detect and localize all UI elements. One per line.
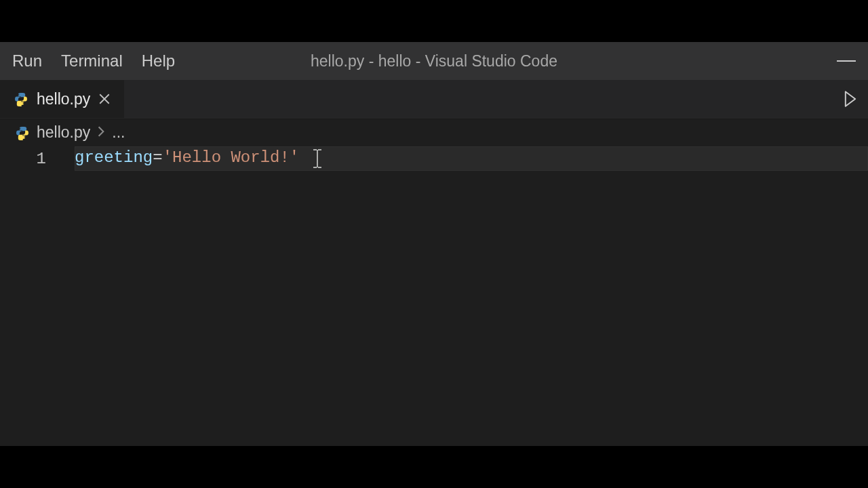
breadcrumb-bar: hello.py ... <box>0 118 868 146</box>
token-operator: = <box>153 148 162 169</box>
line-number: 1 <box>0 150 75 168</box>
window-controls <box>837 42 856 80</box>
title-bar: Run Terminal Help hello.py - hello - Vis… <box>0 42 868 80</box>
code-line-1[interactable]: 1 greeting = 'Hello World!' <box>0 146 868 171</box>
breadcrumb-file[interactable]: hello.py <box>37 123 90 142</box>
breadcrumb-ellipsis[interactable]: ... <box>112 123 125 142</box>
run-button[interactable] <box>833 80 868 118</box>
menu-terminal[interactable]: Terminal <box>61 52 123 70</box>
code-content[interactable]: greeting = 'Hello World!' <box>75 148 323 169</box>
token-variable: greeting <box>75 148 153 169</box>
minimize-icon[interactable] <box>837 60 856 62</box>
python-icon <box>14 92 28 106</box>
tab-bar: hello.py <box>0 80 868 118</box>
menu-help[interactable]: Help <box>142 52 175 70</box>
tab-label: hello.py <box>37 90 90 108</box>
editor-area[interactable]: 1 greeting = 'Hello World!' <box>0 146 868 446</box>
token-string: 'Hello World!' <box>163 148 300 169</box>
tab-hello-py[interactable]: hello.py <box>0 80 125 118</box>
python-icon <box>15 125 30 140</box>
close-icon[interactable] <box>98 93 111 105</box>
text-cursor-icon <box>311 148 323 169</box>
tab-bar-filler <box>125 80 833 118</box>
chevron-right-icon <box>97 123 105 142</box>
menu-run[interactable]: Run <box>12 52 42 70</box>
menu-bar: Run Terminal Help <box>12 52 175 70</box>
app-window: Run Terminal Help hello.py - hello - Vis… <box>0 42 868 446</box>
